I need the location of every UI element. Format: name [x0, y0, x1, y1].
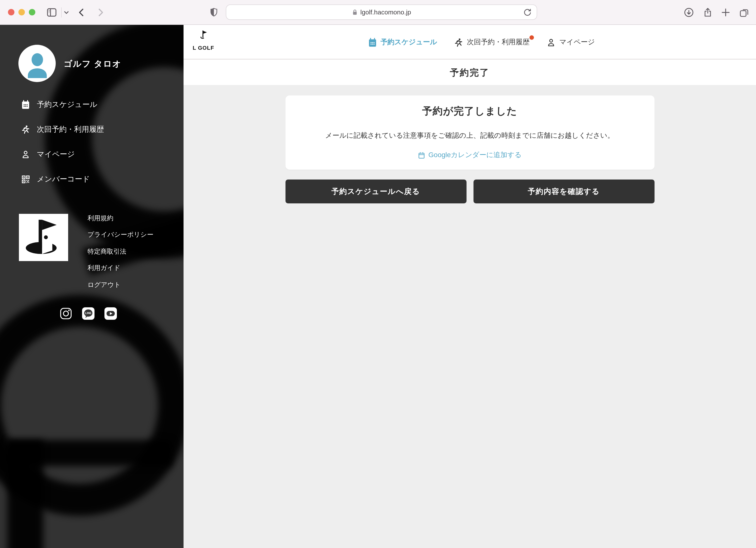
safari-window: lgolf.hacomono.jp — [0, 0, 756, 548]
instagram-icon[interactable] — [60, 307, 72, 320]
calendar-icon — [21, 100, 30, 109]
toolbar-separator — [61, 7, 62, 17]
club-logo — [19, 214, 68, 261]
privacy-shield-icon[interactable] — [208, 6, 220, 18]
sidebar-item-label: メンバーコード — [37, 174, 90, 184]
lock-icon — [352, 9, 357, 16]
forward-button[interactable] — [95, 6, 106, 18]
window-controls — [8, 9, 35, 15]
reload-button[interactable] — [522, 7, 532, 17]
sidebar-item-label: 予約スケジュール — [37, 100, 97, 109]
completion-card: 予約が完了しました メールに記載されている注意事項をご確認の上、記載の時刻までに… — [285, 95, 654, 170]
sidebar-menu: 予約スケジュール — [0, 92, 184, 191]
person-icon — [546, 38, 556, 47]
confirm-reservation-button[interactable]: 予約内容を確認する — [473, 180, 654, 203]
link-logout[interactable]: ログアウト — [88, 276, 153, 293]
golf-flag-hole-logo — [22, 217, 65, 258]
person-icon — [21, 149, 30, 159]
back-button[interactable] — [76, 6, 88, 18]
calendar-icon — [368, 38, 377, 47]
action-buttons: 予約スケジュールへ戻る 予約内容を確認する — [285, 180, 654, 203]
nav-next-reservation-history[interactable]: 次回予約・利用履歴 — [454, 38, 529, 47]
completion-message: メールに記載されている注意事項をご確認の上、記載の時刻までに店舗にお越しください… — [285, 131, 654, 140]
page-title: 予約完了 — [450, 66, 490, 78]
main-area: L GOLF 予約スケジュール — [184, 25, 756, 548]
link-terms[interactable]: 利用規約 — [88, 210, 153, 227]
tab-overview-icon[interactable] — [738, 6, 750, 18]
zoom-window-button[interactable] — [29, 9, 35, 15]
minimize-window-button[interactable] — [18, 9, 25, 15]
calendar-add-icon — [418, 151, 425, 159]
sidebar-item-label: 次回予約・利用履歴 — [37, 125, 104, 134]
svg-text:LINE: LINE — [85, 312, 92, 315]
sidebar-item-my-page[interactable]: マイページ — [0, 142, 184, 167]
link-privacy-policy[interactable]: プライバシーポリシー — [88, 227, 153, 243]
golf-flag-icon — [197, 29, 210, 42]
sidebar-item-label: マイページ — [37, 149, 75, 159]
brand-logo[interactable]: L GOLF — [189, 29, 218, 51]
link-commercial-law[interactable]: 特定商取引法 — [88, 243, 153, 260]
header-nav: 予約スケジュール 次回予約・利用履歴 — [368, 25, 595, 60]
chevron-down-icon[interactable] — [63, 6, 70, 18]
nav-label: 予約スケジュール — [380, 38, 437, 47]
nav-label: 次回予約・利用履歴 — [467, 38, 529, 47]
notification-dot — [529, 35, 534, 40]
nav-reservation-schedule[interactable]: 予約スケジュール — [368, 38, 437, 47]
share-icon[interactable] — [702, 6, 714, 18]
youtube-icon[interactable] — [104, 307, 117, 320]
page-title-band: 予約完了 — [184, 60, 756, 85]
link-user-guide[interactable]: 利用ガイド — [88, 260, 153, 276]
line-icon[interactable]: LINE — [82, 307, 95, 320]
sidebar-toggle-icon[interactable] — [46, 6, 58, 18]
sidebar-footer-links: 利用規約 プライバシーポリシー 特定商取引法 利用ガイド ログアウト — [88, 210, 153, 293]
url-text: lgolf.hacomono.jp — [360, 8, 411, 16]
qr-code-icon — [21, 174, 30, 184]
sidebar-watermark-lbar2 — [7, 440, 43, 548]
site-header: L GOLF 予約スケジュール — [184, 25, 756, 60]
sidebar-item-reservation-schedule[interactable]: 予約スケジュール — [0, 92, 184, 117]
google-calendar-link-label: Googleカレンダーに追加する — [428, 151, 522, 160]
nav-label: マイページ — [559, 38, 595, 47]
brand-name: L GOLF — [189, 45, 218, 51]
runner-icon — [21, 125, 30, 134]
runner-icon — [454, 38, 463, 47]
social-links: LINE — [60, 307, 117, 320]
avatar[interactable] — [18, 45, 56, 82]
nav-my-page[interactable]: マイページ — [546, 38, 595, 47]
back-to-schedule-button[interactable]: 予約スケジュールへ戻る — [285, 180, 466, 203]
sidebar-item-member-code[interactable]: メンバーコード — [0, 167, 184, 191]
user-name: ゴルフ タロオ — [64, 58, 121, 70]
close-window-button[interactable] — [8, 9, 14, 15]
completion-heading: 予約が完了しました — [285, 104, 654, 118]
google-calendar-link[interactable]: Googleカレンダーに追加する — [418, 151, 522, 160]
user-silhouette-icon — [23, 49, 51, 78]
browser-toolbar: lgolf.hacomono.jp — [0, 0, 756, 25]
sidebar-item-next-reservation-history[interactable]: 次回予約・利用履歴 — [0, 117, 184, 142]
address-bar[interactable]: lgolf.hacomono.jp — [226, 4, 537, 20]
sidebar: ゴルフ タロオ — [0, 25, 184, 548]
page-content: 予約が完了しました メールに記載されている注意事項をご確認の上、記載の時刻までに… — [184, 85, 756, 203]
downloads-icon[interactable] — [683, 6, 695, 18]
new-tab-icon[interactable] — [720, 6, 732, 18]
